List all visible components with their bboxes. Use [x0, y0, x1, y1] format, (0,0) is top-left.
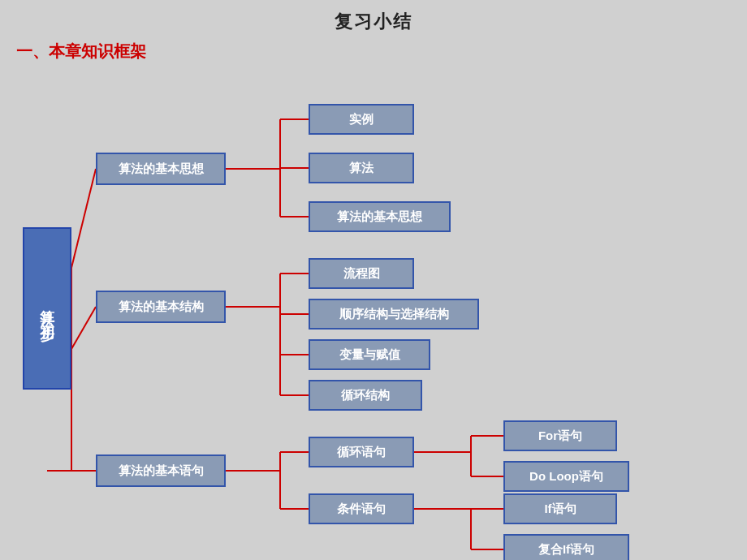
n2d-node: 循环结构 [309, 380, 422, 411]
n3-node: 算法的基本语句 [96, 454, 226, 487]
n2a-node: 流程图 [309, 258, 414, 289]
n3a1-node: For语句 [503, 420, 617, 451]
n1c-node: 算法的基本思想 [309, 201, 451, 232]
n1-node: 算法的基本思想 [96, 153, 226, 185]
svg-line-1 [71, 169, 96, 268]
n3b1-node: If语句 [503, 493, 617, 524]
n3a2-node: Do Loop语句 [503, 461, 629, 492]
page-title: 复习小结 [0, 0, 747, 34]
svg-line-2 [71, 307, 96, 349]
n3b2-node: 复合If语句 [503, 534, 629, 560]
n3a-node: 循环语句 [309, 437, 414, 467]
n2-node: 算法的基本结构 [96, 291, 226, 323]
n2b-node: 顺序结构与选择结构 [309, 299, 479, 330]
n1b-node: 算法 [309, 153, 414, 183]
root-node: 算法 初步 [23, 227, 71, 390]
n1a-node: 实例 [309, 104, 414, 135]
n3b-node: 条件语句 [309, 493, 414, 524]
n2c-node: 变量与赋值 [309, 339, 430, 370]
